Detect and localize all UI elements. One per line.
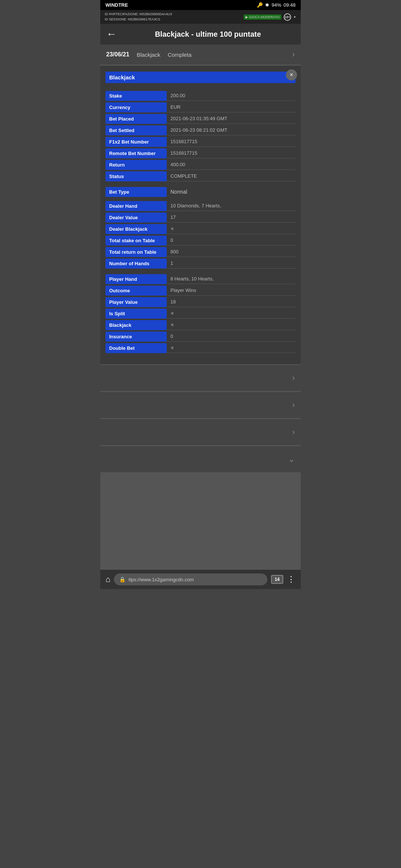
value-status: COMPLETE	[167, 171, 296, 181]
value-dealer-hand: 10 Diamonds, 7 Hearts,	[167, 201, 296, 211]
chevron-right-icon-2: ›	[292, 373, 295, 383]
label-currency: Currency	[105, 102, 167, 112]
field-player-value: Player Value 18	[105, 297, 296, 307]
detail-panel: × Blackjack Stake 200.00 Currency EUR Be…	[100, 66, 301, 364]
lock-icon: 🔒	[119, 576, 125, 582]
carrier-signal: WINDTRE	[105, 2, 128, 8]
field-insurance: Insurance 0	[105, 331, 296, 342]
field-num-hands: Number of Hands 1	[105, 258, 296, 269]
label-status: Status	[105, 171, 167, 181]
app-header: ← Blackjack - ultime 100 puntate	[100, 24, 301, 45]
field-outcome: Outcome Player Wins	[105, 285, 296, 296]
value-player-value: 18	[167, 297, 296, 307]
value-insurance: 0	[167, 331, 296, 342]
status-right: 🔑 ✱ 94% 09:48	[257, 2, 296, 8]
battery-text: 94%	[271, 2, 281, 8]
list-item-3[interactable]: ›	[100, 392, 301, 418]
field-return: Return 400.00	[105, 160, 296, 170]
field-is-split: Is Split ✕	[105, 308, 296, 319]
list-item-1[interactable]: 23/06/21 Blackjack Completa ›	[100, 45, 301, 65]
field-blackjack: Blackjack ✕	[105, 320, 296, 330]
value-double-bet: ✕	[167, 343, 296, 353]
label-dealer-value: Dealer Value	[105, 213, 167, 223]
label-bet-settled: Bet Settled	[105, 125, 167, 135]
bet-type-row: Bet Type Normal	[105, 187, 296, 197]
label-blackjack: Blackjack	[105, 320, 167, 330]
label-player-hand: Player Hand	[105, 274, 167, 284]
label-player-value: Player Value	[105, 297, 167, 307]
label-outcome: Outcome	[105, 286, 167, 296]
page-title: Blackjack - ultime 100 puntate	[121, 30, 295, 39]
chevron-right-icon-4: ›	[292, 427, 295, 437]
chevron-down-icon-5: ⌄	[288, 454, 295, 464]
chevron-right-icon-3: ›	[292, 400, 295, 410]
gioca-badge: ▶ GIOCA MODERATO	[244, 14, 281, 20]
field-total-return: Total return on Table 800	[105, 247, 296, 257]
value-blackjack: ✕	[167, 320, 296, 330]
list-item-2[interactable]: ›	[100, 365, 301, 391]
is-split-x-icon: ✕	[170, 311, 174, 316]
value-is-split: ✕	[167, 308, 296, 319]
field-bet-settled: Bet Settled 2021-06-23 08:21:02 GMT	[105, 125, 296, 135]
back-button[interactable]: ←	[106, 29, 117, 39]
field-status: Status COMPLETE	[105, 171, 296, 181]
value-bet-placed: 2021-06-23 01:35:49 GMT	[167, 114, 296, 124]
field-f1x2-bet: F1x2 Bet Number 1516817715	[105, 137, 296, 147]
label-total-return: Total return on Table	[105, 247, 167, 257]
value-dealer-blackjack: ✕	[167, 224, 296, 234]
value-stake: 200.00	[167, 91, 296, 101]
detail-section-title: Blackjack	[105, 72, 296, 85]
main-content: 23/06/21 Blackjack Completa › × Blackjac…	[100, 45, 301, 570]
label-f1x2-bet: F1x2 Bet Number	[105, 137, 167, 147]
detail-hand-fields: Player Hand 8 Hearts, 10 Hearts, Outcome…	[105, 274, 296, 353]
label-num-hands: Number of Hands	[105, 259, 167, 269]
tab-count[interactable]: 14	[271, 575, 283, 584]
url-box[interactable]: 🔒 ttps://www.1x2gamingcdn.com	[114, 573, 267, 585]
age-badge: 18+	[284, 13, 291, 21]
value-currency: EUR	[167, 102, 296, 112]
field-total-stake: Total stake on Table 0	[105, 235, 296, 246]
adm-badge: ✦	[293, 15, 296, 19]
value-bet-settled: 2021-06-23 08:21:02 GMT	[167, 125, 296, 135]
value-return: 400.00	[167, 160, 296, 170]
dealer-blackjack-x-icon: ✕	[170, 226, 174, 231]
browser-bar: ⌂ 🔒 ttps://www.1x2gamingcdn.com 14 ⋮	[100, 570, 301, 589]
close-button[interactable]: ×	[286, 69, 297, 80]
blackjack-x-icon: ✕	[170, 322, 174, 328]
label-dealer-hand: Dealer Hand	[105, 201, 167, 211]
field-dealer-hand: Dealer Hand 10 Diamonds, 7 Hearts,	[105, 201, 296, 211]
list-row-status-1: Completa	[168, 52, 192, 58]
label-insurance: Insurance	[105, 332, 167, 342]
list-row-info-1: 23/06/21 Blackjack Completa	[106, 51, 192, 58]
sessione-id: ID SESSIONE: N52B6268617EA3CS	[105, 17, 172, 22]
field-remote-bet: Remote Bet Number 1516817715	[105, 148, 296, 158]
status-bar: WINDTRE 🔑 ✱ 94% 09:48	[100, 0, 301, 10]
value-bet-type: Normal	[167, 187, 191, 197]
value-f1x2-bet: 1516817715	[167, 137, 296, 147]
list-item-4[interactable]: ›	[100, 419, 301, 445]
browser-menu-button[interactable]: ⋮	[287, 575, 296, 584]
double-bet-x-icon: ✕	[170, 345, 174, 351]
detail-main-fields: Stake 200.00 Currency EUR Bet Placed 202…	[105, 91, 296, 181]
list-row-game-1: Blackjack	[137, 52, 160, 58]
value-outcome: Player Wins	[167, 285, 296, 296]
label-total-stake: Total stake on Table	[105, 236, 167, 246]
label-double-bet: Double Bet	[105, 343, 167, 353]
partecipazione-id: ID PARTECIPAZIONE: M52B625806D4A4UX	[105, 12, 172, 17]
value-dealer-value: 17	[167, 212, 296, 223]
field-currency: Currency EUR	[105, 102, 296, 112]
bluetooth-icon: ✱	[265, 2, 269, 8]
list-row-date-1: 23/06/21	[106, 51, 129, 58]
session-ids: ID PARTECIPAZIONE: M52B625806D4A4UX ID S…	[105, 12, 172, 22]
label-bet-placed: Bet Placed	[105, 114, 167, 124]
field-dealer-blackjack: Dealer Blackjack ✕	[105, 224, 296, 234]
label-return: Return	[105, 160, 167, 170]
home-button[interactable]: ⌂	[105, 575, 110, 584]
field-double-bet: Double Bet ✕	[105, 343, 296, 353]
empty-space	[100, 473, 301, 570]
value-num-hands: 1	[167, 258, 296, 269]
label-stake: Stake	[105, 91, 167, 101]
value-total-stake: 0	[167, 235, 296, 246]
detail-table-fields: Dealer Hand 10 Diamonds, 7 Hearts, Deale…	[105, 201, 296, 269]
list-item-5[interactable]: ⌄	[100, 446, 301, 473]
